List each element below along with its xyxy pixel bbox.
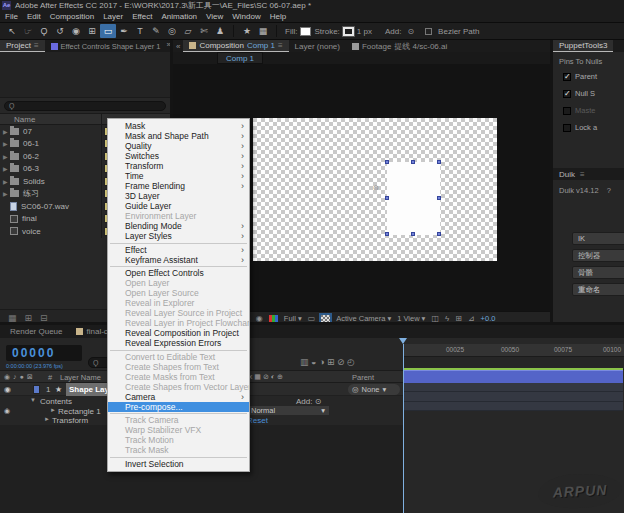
- menu-item[interactable]: Environment Layer ›: [108, 211, 249, 221]
- menubar-item[interactable]: Help: [270, 12, 286, 21]
- tab-composition[interactable]: Composition Comp 1 ≡: [183, 40, 288, 52]
- stroke-label[interactable]: Stroke:: [314, 27, 339, 36]
- twirl-icon[interactable]: ▶: [3, 140, 10, 147]
- selection-tool-icon[interactable]: ↖: [4, 24, 20, 38]
- menu-item[interactable]: Invert Selection ›: [108, 459, 249, 469]
- zoom-tool-icon[interactable]: Ϙ: [36, 24, 52, 38]
- duik-button[interactable]: 控制器: [572, 249, 624, 262]
- menubar-item[interactable]: Edit: [27, 12, 41, 21]
- project-search-input[interactable]: Ϙ: [4, 101, 166, 111]
- parent-column-header[interactable]: Parent: [352, 373, 374, 382]
- menu-item[interactable]: Create Masks from Text ›: [108, 372, 249, 382]
- menu-item[interactable]: Transform ›: [108, 161, 249, 171]
- twirl-open-icon[interactable]: ▼: [30, 397, 36, 403]
- tab-layer[interactable]: Layer (none): [289, 40, 346, 52]
- panel-back-icon[interactable]: «: [173, 40, 183, 52]
- menu-item[interactable]: Mask ›: [108, 121, 249, 131]
- menubar-item[interactable]: Window: [232, 12, 260, 21]
- menu-item[interactable]: Keyframe Assistant ›: [108, 255, 249, 265]
- menu-item[interactable]: Warp Stabilizer VFX ›: [108, 425, 249, 435]
- stroke-swatch[interactable]: [343, 27, 354, 36]
- selection-handle[interactable]: [437, 232, 441, 236]
- menu-item[interactable]: Open Layer Source ›: [108, 288, 249, 298]
- puppet-option[interactable]: Parent: [553, 68, 624, 85]
- menu-item[interactable]: Open Effect Controls ›: [108, 268, 249, 278]
- duik-button[interactable]: 骨骼: [572, 266, 624, 279]
- twirl-icon[interactable]: ▶: [3, 165, 10, 172]
- tab-project[interactable]: Project ≡: [0, 40, 45, 52]
- interpret-footage-icon[interactable]: ▦: [8, 313, 17, 323]
- menu-item[interactable]: Reveal in Explorer ›: [108, 298, 249, 308]
- menubar-item[interactable]: Animation: [161, 12, 197, 21]
- create-shape-icon[interactable]: ★: [239, 24, 255, 38]
- layer-name-header[interactable]: Layer Name: [60, 373, 101, 382]
- twirl-closed-icon[interactable]: ►: [50, 407, 56, 413]
- menu-item[interactable]: Reveal Expression Errors ›: [108, 338, 249, 348]
- menubar-item[interactable]: Composition: [50, 12, 94, 21]
- fill-swatch[interactable]: [300, 27, 311, 36]
- new-folder-icon[interactable]: ⊞: [25, 313, 33, 323]
- type-tool-icon[interactable]: T: [132, 24, 148, 38]
- menu-item[interactable]: Reveal Layer in Project Flowchart ›: [108, 318, 249, 328]
- comp-navigator-tab[interactable]: Comp 1: [217, 52, 263, 64]
- checkbox[interactable]: [563, 124, 571, 132]
- duik-button[interactable]: IK: [572, 232, 624, 245]
- fill-label[interactable]: Fill:: [285, 27, 297, 36]
- add-menu-icon[interactable]: ⊙: [407, 27, 414, 36]
- layer-duration-bar[interactable]: [404, 370, 623, 383]
- eraser-tool-icon[interactable]: ▱: [180, 24, 196, 38]
- duik-panel-header[interactable]: Duik ≡: [553, 168, 624, 180]
- twirl-closed-icon[interactable]: ►: [44, 416, 50, 422]
- menu-item[interactable]: Time ›: [108, 171, 249, 181]
- puppet-option[interactable]: Maste: [553, 102, 624, 119]
- duik-button[interactable]: 重命名: [572, 283, 624, 296]
- selection-handle[interactable]: [437, 196, 441, 200]
- menu-item[interactable]: 3D Layer ›: [108, 191, 249, 201]
- camera-tool-icon[interactable]: ◉: [68, 24, 84, 38]
- eye-icon[interactable]: ◉: [4, 407, 10, 415]
- puppet-option[interactable]: Null S: [553, 85, 624, 102]
- menubar-item[interactable]: Layer: [103, 12, 123, 21]
- menubar-item[interactable]: Effect: [132, 12, 152, 21]
- panel-menu-icon[interactable]: ≡: [34, 41, 39, 50]
- new-composition-icon[interactable]: ⊟: [40, 313, 48, 323]
- puppet-pin-tool-icon[interactable]: ♟: [212, 24, 228, 38]
- twirl-icon[interactable]: ▶: [3, 178, 10, 185]
- pan-behind-tool-icon[interactable]: ⊞: [84, 24, 100, 38]
- time-ruler[interactable]: 00025000500007500100: [403, 344, 624, 357]
- menu-item[interactable]: Blending Mode ›: [108, 221, 249, 231]
- tab-puppettools[interactable]: PuppetTools3: [553, 40, 613, 52]
- create-mask-icon[interactable]: ▦: [255, 24, 271, 38]
- timeline-view-icons[interactable]: ▥ ◒ ◑ ⊞ ⊘ ◴: [300, 357, 355, 367]
- menu-item[interactable]: Switches ›: [108, 151, 249, 161]
- menu-item[interactable]: Effect ›: [108, 245, 249, 255]
- menu-item[interactable]: Track Mask ›: [108, 445, 249, 455]
- brush-tool-icon[interactable]: ✎: [148, 24, 164, 38]
- roto-brush-tool-icon[interactable]: ✄: [196, 24, 212, 38]
- hand-tool-icon[interactable]: ☞: [20, 24, 36, 38]
- panel-menu-icon[interactable]: ≡: [580, 170, 585, 179]
- rectangle-tool-icon[interactable]: ▭: [100, 24, 116, 38]
- menu-item[interactable]: Convert to Editable Text ›: [108, 352, 249, 362]
- menu-item[interactable]: Guide Layer ›: [108, 201, 249, 211]
- menu-item[interactable]: Pre-compose... ›: [108, 402, 249, 412]
- menu-item[interactable]: Quality ›: [108, 141, 249, 151]
- layer-label-chip[interactable]: [33, 385, 40, 394]
- checkbox[interactable]: [563, 107, 571, 115]
- menu-item[interactable]: Open Layer ›: [108, 278, 249, 288]
- twirl-icon[interactable]: ▶: [3, 128, 10, 135]
- menu-item[interactable]: Create Shapes from Vector Layer ›: [108, 382, 249, 392]
- current-time-display[interactable]: 00000: [6, 345, 82, 361]
- selection-handle[interactable]: [385, 160, 389, 164]
- menu-item[interactable]: Frame Blending ›: [108, 181, 249, 191]
- twirl-icon[interactable]: ▶: [3, 153, 10, 160]
- menu-item[interactable]: Layer Styles ›: [108, 231, 249, 241]
- parent-dropdown[interactable]: ◎ None ▾: [348, 384, 400, 395]
- eye-icon[interactable]: ◉: [4, 385, 11, 394]
- bezier-path-checkbox[interactable]: [425, 28, 432, 35]
- tab-effect-controls[interactable]: Effect Controls Shape Layer 1: [45, 40, 167, 52]
- panel-menu-icon[interactable]: ≡: [278, 41, 283, 50]
- pickwhip-icon[interactable]: ◎: [352, 385, 359, 394]
- selection-handle[interactable]: [411, 232, 415, 236]
- checkbox[interactable]: [563, 90, 571, 98]
